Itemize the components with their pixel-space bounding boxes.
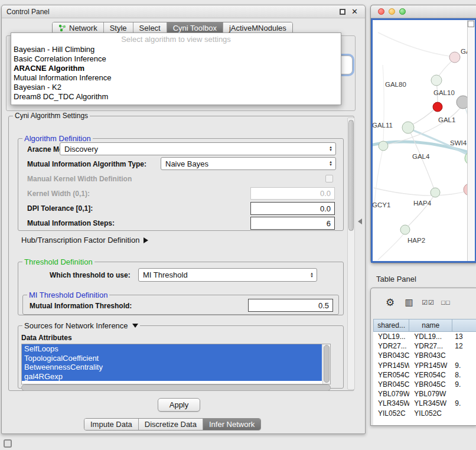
which-threshold-select[interactable]: MI Threshold ▲▼ bbox=[138, 268, 317, 282]
mi-threshold-input[interactable]: 0.5 bbox=[248, 299, 333, 312]
table-cell: YDR27... bbox=[409, 342, 452, 350]
network-node[interactable] bbox=[402, 122, 414, 133]
table-cell: YER054C bbox=[373, 371, 409, 379]
close-icon[interactable]: ✕ bbox=[351, 7, 358, 16]
network-node[interactable] bbox=[431, 188, 440, 197]
mi-steps-label: Mutual Information Steps: bbox=[27, 219, 115, 227]
mi-algorithm-type-select[interactable]: Naive Bayes ▲▼ bbox=[161, 157, 336, 170]
table-toolbar: ⚙▥☑☑□□ bbox=[371, 288, 476, 317]
float-window-icon[interactable] bbox=[340, 9, 345, 15]
sources-group-toggle[interactable]: Sources for Network Inference bbox=[22, 321, 140, 330]
network-canvas-container[interactable]: GAL80GAL10GAL7GAL11GAL1SWI4GAL4GCY1HAP4H… bbox=[371, 18, 476, 263]
network-canvas[interactable]: GAL80GAL10GAL7GAL11GAL1SWI4GAL4GCY1HAP4H… bbox=[373, 20, 474, 261]
collapsed-arrow-icon bbox=[144, 237, 148, 243]
attribute-item-gal4rgexp[interactable]: gal4RGexp bbox=[22, 372, 322, 381]
table-row[interactable]: YDR27...YDR27...12 bbox=[373, 341, 476, 351]
algorithm-option-mutual-information-inference[interactable]: Mutual Information Inference bbox=[11, 73, 341, 83]
algorithm-option-basic-correlation-inference[interactable]: Basic Correlation Inference bbox=[11, 54, 341, 64]
network-node-label: GAL10 bbox=[433, 89, 455, 96]
attributes-hscrollbar-thumb[interactable] bbox=[21, 384, 331, 391]
minimized-panel-icon[interactable] bbox=[4, 439, 12, 448]
table-row[interactable]: YPR145WYPR145W9. bbox=[373, 361, 476, 370]
network-node[interactable] bbox=[449, 52, 460, 63]
hub-definition-toggle[interactable]: Hub/Transcription Factor Definition bbox=[21, 236, 148, 244]
kernel-width-input[interactable]: 0.0 bbox=[250, 187, 335, 200]
table-cell: YLR345W bbox=[373, 399, 409, 407]
network-edge bbox=[406, 194, 435, 229]
table-row[interactable]: YBR045CYBR045C9. bbox=[373, 380, 476, 389]
algorithm-option-dream8-dc-tdc-algorithm[interactable]: Dream8 DC_TDC Algorithm bbox=[11, 92, 341, 102]
mi-steps-value: 6 bbox=[327, 219, 331, 228]
network-edge bbox=[378, 231, 405, 260]
tab-discretize-data[interactable]: Discretize Data bbox=[138, 419, 203, 430]
network-node[interactable] bbox=[433, 102, 442, 112]
bottom-tab-bar: Impute DataDiscretize DataInfer Network bbox=[84, 418, 261, 431]
table-row[interactable]: YER054CYER054C8. bbox=[373, 370, 476, 380]
deselect-rows-icon[interactable]: □□ bbox=[438, 295, 454, 309]
tab-label: Discretize Data bbox=[145, 420, 197, 429]
table-cell: YBL079W bbox=[373, 390, 409, 398]
algorithm-option-aracne-algorithm[interactable]: ARACNE Algorithm bbox=[11, 64, 341, 73]
tab-impute-data[interactable]: Impute Data bbox=[84, 419, 138, 430]
tab-infer-network[interactable]: Infer Network bbox=[203, 419, 260, 430]
table-columns-icon[interactable]: ▥ bbox=[402, 295, 417, 309]
table-row[interactable]: YLR345WYLR345W9. bbox=[373, 399, 476, 408]
table-cell: YIL052C bbox=[373, 409, 409, 418]
table-cell: YDR27... bbox=[373, 342, 409, 350]
attribute-item-selfloops[interactable]: SelfLoops bbox=[22, 344, 322, 354]
network-node-label: GAL11 bbox=[373, 122, 393, 129]
spinner-arrows-icon: ▲▼ bbox=[310, 272, 314, 278]
attribute-item-betweennesscentrality[interactable]: BetweennessCentrality bbox=[22, 363, 322, 372]
aracne-mode-select[interactable]: Discovery ▲▼ bbox=[60, 142, 336, 155]
table-row[interactable]: YIL052CYIL052C bbox=[373, 409, 476, 418]
close-traffic-light-icon[interactable] bbox=[378, 8, 384, 15]
algorithm-dropdown-placeholder[interactable]: Select algorithm to view settings bbox=[11, 33, 341, 45]
minimize-traffic-light-icon[interactable] bbox=[389, 8, 395, 15]
algorithm-option-bayesian-hill-climbing[interactable]: Bayesian - Hill Climbing bbox=[11, 45, 341, 54]
data-attributes-label: Data Attributes bbox=[21, 334, 72, 342]
network-vertical-scrollbar[interactable] bbox=[467, 20, 475, 261]
network-node-label: SWI4 bbox=[450, 139, 467, 146]
zoom-traffic-light-icon[interactable] bbox=[399, 8, 406, 15]
table-header-cell[interactable]: shared... bbox=[373, 319, 409, 332]
settings-scrollbar-thumb[interactable] bbox=[348, 120, 354, 231]
table-cell: YBR043C bbox=[409, 351, 452, 360]
network-node-label: GCY1 bbox=[373, 201, 390, 208]
network-node[interactable] bbox=[431, 75, 442, 86]
algorithm-option-bayesian-k2[interactable]: Bayesian - K2 bbox=[11, 83, 341, 92]
network-node[interactable] bbox=[400, 225, 410, 234]
attributes-scrollbar[interactable] bbox=[322, 344, 330, 384]
table-cell: YBR045C bbox=[373, 380, 409, 389]
table-cell: 9. bbox=[452, 380, 476, 389]
table-row[interactable]: YBR043CYBR043C bbox=[373, 351, 476, 360]
tab-label: Style bbox=[110, 24, 127, 32]
select-rows-icon[interactable]: ☑☑ bbox=[420, 295, 436, 309]
gear-icon[interactable]: ⚙ bbox=[383, 295, 398, 309]
dpi-tolerance-input[interactable]: 0.0 bbox=[250, 202, 335, 215]
mi-threshold-value: 0.5 bbox=[318, 301, 329, 310]
attributes-scrollbar-thumb[interactable] bbox=[324, 345, 330, 383]
network-edge bbox=[378, 32, 454, 57]
table-row[interactable]: YBL079WYBL079W bbox=[373, 389, 476, 399]
birdseye-toggle-button[interactable] bbox=[468, 21, 474, 27]
apply-button[interactable]: Apply bbox=[158, 398, 200, 412]
panel-title: Control Panel bbox=[6, 8, 50, 16]
table-header-cell[interactable] bbox=[452, 319, 476, 332]
network-node-label: GAL80 bbox=[385, 81, 406, 88]
network-node[interactable] bbox=[379, 141, 388, 151]
which-threshold-value: MI Threshold bbox=[143, 270, 188, 279]
network-node-label: HAP2 bbox=[407, 237, 425, 244]
table-row[interactable]: YDL19...YDL19...13 bbox=[373, 332, 476, 341]
attributes-horizontal-scrollbar[interactable] bbox=[21, 384, 331, 391]
data-attributes-items: SelfLoopsTopologicalCoefficientBetweenne… bbox=[22, 344, 330, 381]
mi-steps-input[interactable]: 6 bbox=[250, 217, 335, 230]
table-cell: YER054C bbox=[409, 371, 452, 379]
manual-kernel-checkbox[interactable] bbox=[325, 175, 333, 182]
network-view-window: GAL80GAL10GAL7GAL11GAL1SWI4GAL4GCY1HAP4H… bbox=[370, 5, 476, 263]
table-cell: YBR043C bbox=[373, 351, 409, 360]
settings-vertical-scrollbar[interactable] bbox=[347, 118, 355, 390]
attribute-item-topologicalcoefficient[interactable]: TopologicalCoefficient bbox=[22, 354, 322, 363]
panel-splitter-collapse-icon[interactable] bbox=[358, 219, 362, 224]
manual-kernel-label: Manual Kernel Width Definition bbox=[27, 175, 132, 183]
table-header-cell[interactable]: name bbox=[409, 319, 452, 332]
